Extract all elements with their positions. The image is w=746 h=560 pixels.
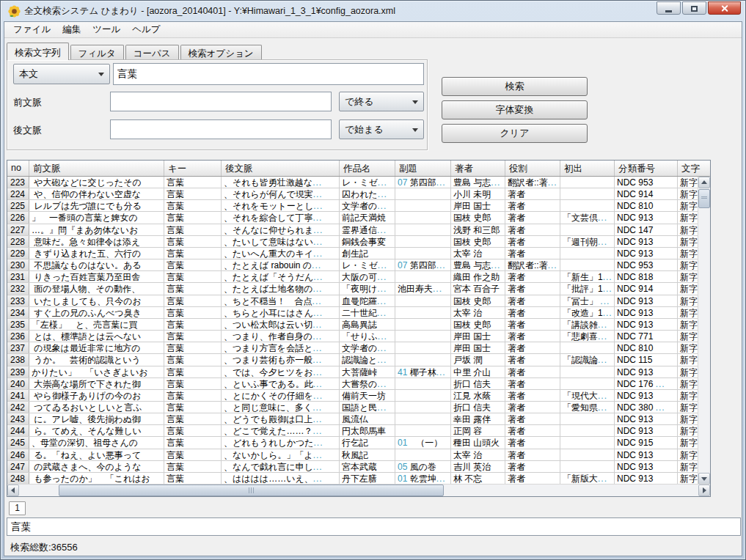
table-row[interactable]: 236 とは、標準語とは云へない言葉、つまり、作者自身の...「せりふ...岸田… — [7, 331, 710, 342]
cell-key[interactable]: 言葉 — [164, 461, 222, 472]
cell-first-publication[interactable] — [560, 342, 615, 353]
cell-work-title[interactable]: 丹下左膳 — [340, 473, 395, 484]
cell-pre-context[interactable]: 大崇高な場所で下された御 — [29, 378, 164, 389]
cell-work-title[interactable]: レ・ミゼ... — [340, 177, 395, 188]
cell-post-context[interactable]: 、ちらと小耳にはさん... — [222, 307, 340, 318]
cell-no[interactable]: 226 — [7, 212, 29, 223]
cell-work-title[interactable]: 囚われた... — [340, 188, 395, 199]
col-header-post-context[interactable]: 後文脈 — [222, 161, 340, 176]
search-button[interactable]: 検索 — [442, 77, 588, 96]
menu-item-help[interactable]: ヘルプ — [126, 22, 166, 37]
cell-author[interactable]: 浅野 和三郎 — [451, 224, 505, 235]
cell-author[interactable]: 種田 山頭火 — [451, 437, 505, 448]
cell-subtitle[interactable] — [395, 378, 451, 389]
cell-no[interactable]: 243 — [7, 413, 29, 424]
col-header-author[interactable]: 著者 — [451, 161, 505, 176]
cell-author[interactable]: 太宰 治 — [451, 248, 505, 259]
cell-key[interactable]: 言葉 — [164, 378, 222, 389]
cell-role[interactable]: 著者 — [505, 224, 560, 235]
cell-role[interactable]: 著者 — [505, 200, 560, 211]
cell-key[interactable]: 言葉 — [164, 283, 222, 294]
minimize-button[interactable] — [657, 1, 681, 15]
cell-no[interactable]: 225 — [7, 200, 29, 211]
cell-no[interactable]: 236 — [7, 331, 29, 342]
cell-subtitle[interactable] — [395, 413, 451, 424]
cell-work-title[interactable]: 国語と民... — [340, 402, 395, 413]
cell-ndc-number[interactable]: NDC 913 — [615, 307, 678, 318]
cell-ndc-number[interactable]: NDC 913 — [615, 366, 678, 377]
cell-subtitle[interactable] — [395, 319, 451, 330]
cell-no[interactable]: 238 — [7, 354, 29, 365]
horizontal-scroll-thumb[interactable] — [59, 485, 444, 496]
cell-ndc-number[interactable]: NDC 913 — [615, 248, 678, 259]
cell-ndc-number[interactable]: NDC 176 ... — [615, 378, 678, 389]
cell-no[interactable]: 244 — [7, 425, 29, 436]
cell-work-title[interactable]: レ・ミゼ... — [340, 259, 395, 270]
cell-no[interactable]: 227 — [7, 224, 29, 235]
tab-search-options[interactable]: 検索オプション — [180, 45, 262, 60]
cell-ndc-number[interactable]: NDC 147 — [615, 224, 678, 235]
cell-post-context[interactable]: 、たいへん重大のキイ... — [222, 248, 340, 259]
cell-pre-context[interactable]: や大砲などに交じったその — [29, 177, 164, 188]
cell-role[interactable]: 著者 — [505, 307, 560, 318]
table-row[interactable]: 243 に。アレ嘘、後先揃わぬ御言葉、どうでも殿御は口上...風流仏幸田 露伴著… — [7, 413, 710, 425]
cell-first-publication[interactable]: 「冨士」 ... — [560, 295, 615, 306]
col-header-role[interactable]: 役割 — [505, 161, 560, 176]
cell-author[interactable]: 国枝 史郎 — [451, 236, 505, 247]
cell-author[interactable]: 吉川 英治 — [451, 461, 505, 472]
cell-role[interactable]: 著者 — [505, 449, 560, 460]
cell-no[interactable]: 246 — [7, 449, 29, 460]
cell-key[interactable]: 言葉 — [164, 413, 222, 424]
cell-role[interactable]: 著者 — [505, 437, 560, 448]
cell-author[interactable]: 国枝 史郎 — [451, 212, 505, 223]
title-bar[interactable]: 全文検索システム ひまわり - [aozora_20140401] - Y:¥H… — [1, 1, 745, 21]
cell-role[interactable]: 著者 — [505, 354, 560, 365]
cell-subtitle[interactable] — [395, 449, 451, 460]
cell-pre-context[interactable]: 面の登場人物、その動作、 — [29, 283, 164, 294]
cell-work-title[interactable]: 文学者の... — [340, 342, 395, 353]
cell-first-publication[interactable]: 「新版大... — [560, 473, 615, 484]
cell-subtitle[interactable]: 41 椰子林... — [395, 366, 451, 377]
cell-post-context[interactable]: 、たとえば土地名物の... — [222, 283, 340, 294]
cell-first-publication[interactable]: 「愛知県... — [560, 402, 615, 413]
cell-no[interactable]: 239 — [7, 366, 29, 377]
table-row[interactable]: 234 すぐ上の兄のふんべつ臭き言葉、ちらと小耳にはさん...二十世紀...太宰… — [7, 307, 710, 319]
table-row[interactable]: 228 意味だ。急々如律令は添え言葉、たいして意味はない...銅銭会事変国枝 史… — [7, 236, 710, 248]
table-row[interactable]: 230 不思議なものはない。ある言葉、たとえば rabouin の...レ・ミゼ… — [7, 259, 710, 271]
table-row[interactable]: 239かりたい」 「いさぎよいお言葉、では、今夕ヒツをお...大菩薩峠41 椰子… — [7, 366, 710, 378]
cell-first-publication[interactable] — [560, 366, 615, 377]
cell-first-publication[interactable]: 「週刊朝... — [560, 236, 615, 247]
cell-no[interactable]: 237 — [7, 342, 29, 353]
cell-pre-context[interactable]: も参ったのか」 「これはお — [29, 473, 164, 484]
cell-pre-context[interactable]: …。』問『まあ勿体ないお — [29, 224, 164, 235]
close-button[interactable] — [708, 1, 741, 15]
cell-ndc-number[interactable]: NDC 953 — [615, 177, 678, 188]
cell-key[interactable]: 言葉 — [164, 177, 222, 188]
tab-filter[interactable]: フィルタ — [70, 45, 124, 60]
cell-first-publication[interactable] — [560, 177, 615, 188]
col-header-work-title[interactable]: 作品名 — [340, 161, 395, 176]
cell-post-context[interactable]: 、どこで覚えた……？... — [222, 425, 340, 436]
cell-pre-context[interactable]: とは、標準語とは云へない — [29, 331, 164, 342]
cell-post-context[interactable]: 、どれもうれしかつた... — [222, 437, 340, 448]
cell-key[interactable]: 言葉 — [164, 271, 222, 282]
cell-first-publication[interactable] — [560, 378, 615, 389]
cell-post-context[interactable]: 、ちと不穏当！ 合点... — [222, 295, 340, 306]
cell-key[interactable]: 言葉 — [164, 342, 222, 353]
cell-role[interactable]: 著者 — [505, 366, 560, 377]
cell-author[interactable]: 宮本 百合子 — [451, 283, 505, 294]
col-header-key[interactable]: キー — [164, 161, 222, 176]
scroll-right-button[interactable] — [698, 485, 710, 496]
cell-author[interactable]: 折口 信夫 — [451, 378, 505, 389]
table-row[interactable]: 224 や、信仰の伴わない空虚な言葉、それらが何んで現実...囚われた...小川… — [7, 188, 710, 200]
result-page-tab[interactable]: 1 — [9, 501, 26, 515]
cell-role[interactable]: 翻訳者::著... — [505, 259, 560, 270]
cell-post-context[interactable]: 、とにかくその仔細を... — [222, 390, 340, 401]
cell-ndc-number[interactable]: NDC 913 — [615, 461, 678, 472]
cell-key[interactable]: 言葉 — [164, 295, 222, 306]
cell-post-context[interactable]: 、それも皆勇壮激越な... — [222, 177, 340, 188]
cell-work-title[interactable]: 「せりふ... — [340, 331, 395, 342]
pre-context-input[interactable] — [110, 92, 332, 111]
table-row[interactable]: 244 ら。てめえ、そんな難しい言葉、どこで覚えた……？...円太郎馬車正岡 容… — [7, 425, 710, 437]
cell-role[interactable]: 著者 — [505, 402, 560, 413]
